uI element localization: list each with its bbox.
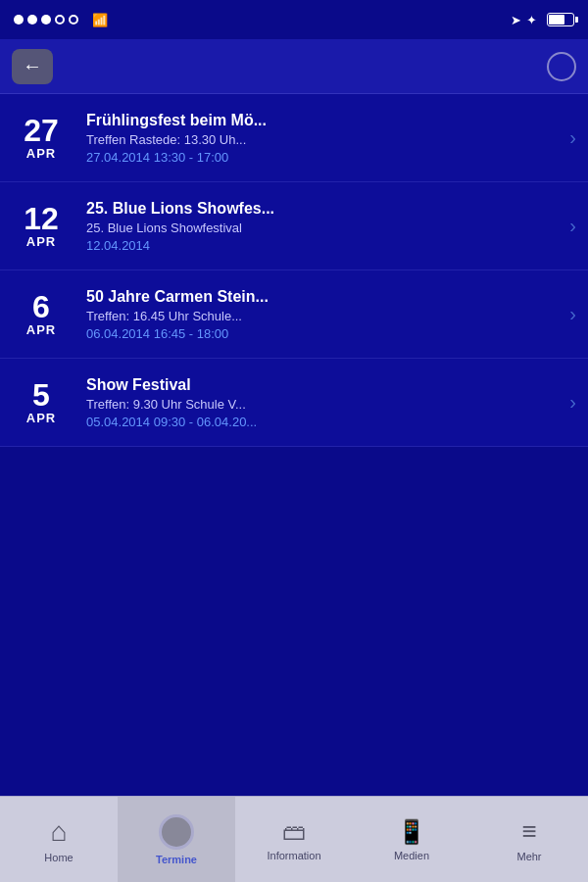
event-subtitle-3: Treffen: 9.30 Uhr Schule V... <box>86 397 562 412</box>
status-left: 📶 <box>14 13 108 27</box>
event-subtitle-1: 25. Blue Lions Showfestival <box>86 220 562 235</box>
event-day-1: 12 <box>12 203 71 234</box>
event-item-1[interactable]: 12 APR 25. Blue Lions Showfes... 25. Blu… <box>0 182 588 270</box>
wifi-icon: 📶 <box>92 13 108 27</box>
event-content-3: Show Festival Treffen: 9.30 Uhr Schule V… <box>86 376 562 429</box>
tab-bar-label-medien: Medien <box>394 850 429 861</box>
event-date-0: 27 APR <box>12 115 71 161</box>
event-subtitle-2: Treffen: 16.45 Uhr Schule... <box>86 309 562 323</box>
event-subtitle-0: Treffen Rastede: 13.30 Uh... <box>86 132 562 147</box>
status-bar: 📶 ➤ ✦ <box>0 0 588 39</box>
tab-bar-label-information: Information <box>267 850 320 861</box>
event-chevron-3: › <box>569 391 576 414</box>
event-date-2: 6 APR <box>12 291 71 337</box>
header: ← <box>0 39 588 94</box>
termine-icon <box>159 814 194 850</box>
information-icon: 🗃 <box>282 818 306 846</box>
battery-fill <box>549 15 564 24</box>
event-month-2: APR <box>12 322 71 337</box>
event-title-0: Frühlingsfest beim Mö... <box>86 112 562 129</box>
tab-bar: ⌂ Home Termine 🗃 Information 📱 Medien ≡ … <box>0 796 588 882</box>
event-content-1: 25. Blue Lions Showfes... 25. Blue Lions… <box>86 200 562 253</box>
medien-icon: 📱 <box>397 818 426 846</box>
tab-bar-label-home: Home <box>44 852 73 863</box>
events-list: 27 APR Frühlingsfest beim Mö... Treffen … <box>0 94 588 447</box>
event-content-2: 50 Jahre Carmen Stein... Treffen: 16.45 … <box>86 288 562 341</box>
event-title-3: Show Festival <box>86 376 562 394</box>
tab-bar-label-termine: Termine <box>156 854 197 865</box>
signal-dot-3 <box>41 15 51 24</box>
event-item-3[interactable]: 5 APR Show Festival Treffen: 9.30 Uhr Sc… <box>0 359 588 447</box>
mehr-icon: ≡ <box>521 816 536 847</box>
home-icon: ⌂ <box>51 816 68 848</box>
event-title-2: 50 Jahre Carmen Stein... <box>86 288 562 306</box>
event-date-1: 12 APR <box>12 203 71 249</box>
event-item-0[interactable]: 27 APR Frühlingsfest beim Mö... Treffen … <box>0 94 588 182</box>
event-chevron-2: › <box>569 303 576 325</box>
signal-dot-5 <box>69 15 78 24</box>
status-right: ➤ ✦ <box>511 13 574 27</box>
bluetooth-icon: ✦ <box>526 13 537 27</box>
event-time-2: 06.04.2014 16:45 - 18:00 <box>86 326 562 341</box>
tab-bar-label-mehr: Mehr <box>516 851 541 862</box>
signal-dot-2 <box>27 15 37 24</box>
event-time-1: 12.04.2014 <box>86 238 562 253</box>
event-chevron-0: › <box>569 126 576 149</box>
event-day-0: 27 <box>12 115 71 146</box>
tab-bar-item-information[interactable]: 🗃 Information <box>235 797 353 882</box>
event-month-1: APR <box>12 234 71 249</box>
back-button[interactable]: ← <box>12 49 53 84</box>
location-icon: ➤ <box>511 13 521 27</box>
event-chevron-1: › <box>569 215 576 237</box>
event-time-3: 05.04.2014 09:30 - 06.04.20... <box>86 415 562 429</box>
event-month-3: APR <box>12 411 71 425</box>
event-day-2: 6 <box>12 291 71 322</box>
tab-bar-item-medien[interactable]: 📱 Medien <box>353 797 470 882</box>
tab-bar-item-termine[interactable]: Termine <box>118 797 235 882</box>
tab-bar-item-home[interactable]: ⌂ Home <box>0 797 118 882</box>
event-date-3: 5 APR <box>12 379 71 425</box>
event-content-0: Frühlingsfest beim Mö... Treffen Rastede… <box>86 112 562 165</box>
tab-bar-item-mehr[interactable]: ≡ Mehr <box>470 797 588 882</box>
signal-dot-1 <box>14 15 24 24</box>
event-month-0: APR <box>12 146 71 161</box>
event-item-2[interactable]: 6 APR 50 Jahre Carmen Stein... Treffen: … <box>0 270 588 359</box>
event-title-1: 25. Blue Lions Showfes... <box>86 200 562 218</box>
back-arrow-icon: ← <box>23 55 42 77</box>
event-time-0: 27.04.2014 13:30 - 17:00 <box>86 150 562 165</box>
battery-icon <box>547 13 574 26</box>
info-button[interactable] <box>547 52 576 81</box>
content-area: 27 APR Frühlingsfest beim Mö... Treffen … <box>0 94 588 796</box>
signal-dot-4 <box>55 15 65 24</box>
event-day-3: 5 <box>12 379 71 411</box>
